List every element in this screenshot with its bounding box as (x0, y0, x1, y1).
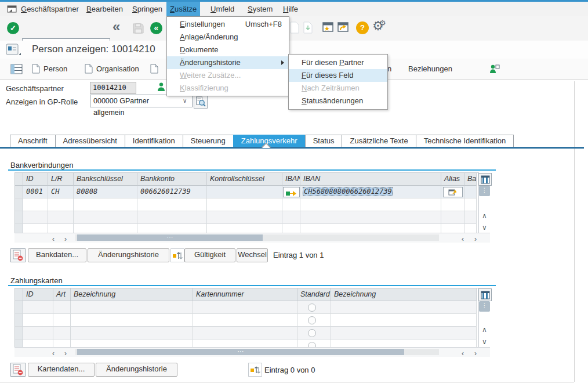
cards-scroll-up-icon[interactable]: ∧ (482, 326, 487, 333)
menu-bearbeiten[interactable]: Bearbeiten (83, 2, 126, 16)
menuitem-anlage-aenderung[interactable]: Anlage/Änderung (167, 31, 289, 44)
menuitem-aenderungshistorie[interactable]: Änderungshistorie (167, 56, 289, 69)
bank-scroll-up-icon[interactable]: ∧ (482, 212, 487, 219)
menu-zusaetze[interactable]: Zusätze (166, 2, 200, 16)
tab-identifikation[interactable]: Identifikation (125, 135, 183, 147)
cards-table-row-empty[interactable] (15, 301, 478, 314)
cards-table-row-empty[interactable] (15, 327, 478, 340)
menu-springen[interactable]: Springen (129, 2, 166, 16)
bank-table-row-empty[interactable] (15, 211, 478, 224)
column-header[interactable]: Bankkonto (137, 173, 207, 186)
row-selector-header[interactable] (15, 173, 23, 186)
cards-hscroll-thumb[interactable]: ⋯ (77, 349, 404, 355)
back-icon[interactable]: « (112, 19, 120, 35)
column-header[interactable]: Bezeichnung (71, 288, 193, 301)
system-menu-icon[interactable] (7, 5, 17, 15)
menu-hilfe[interactable]: Hilfe (280, 2, 302, 16)
row-selector[interactable] (15, 301, 23, 314)
tab-technische-identifikation[interactable]: Technische Identifikation (416, 135, 514, 147)
cell-bank-account[interactable]: 006626012739 (137, 186, 207, 198)
cards-table-row-empty[interactable] (15, 314, 478, 327)
standard-radio[interactable] (308, 304, 316, 312)
kartendaten-button[interactable]: Kartendaten... (28, 363, 95, 377)
partial-button-label[interactable]: n (387, 59, 391, 79)
settings-gear-icon[interactable]: ⚙⚙ (372, 19, 386, 34)
menuitem-fuer-diesen-partner[interactable]: Für diesen Partner (289, 56, 387, 69)
help-icon[interactable]: ? (356, 21, 369, 34)
column-header[interactable]: Kontrollschlüssel (207, 173, 282, 186)
save-icon[interactable] (132, 22, 144, 36)
column-header[interactable]: ID (23, 288, 53, 301)
column-header[interactable]: Bank (464, 173, 477, 186)
delete-bank-row-icon[interactable] (10, 248, 26, 262)
delete-card-row-icon[interactable] (10, 363, 26, 377)
gp-number-field[interactable]: 10014210 (90, 82, 136, 94)
table-config-icon[interactable] (478, 288, 492, 301)
wechsel-button[interactable]: Wechsel (237, 248, 268, 262)
row-selector[interactable] (15, 224, 23, 233)
favorites-window-icon[interactable]: ★ (322, 22, 334, 34)
role-select-chevron-icon[interactable]: ∨ (183, 98, 187, 104)
enter-icon[interactable]: ✓ (7, 22, 19, 34)
overview-icon[interactable] (10, 59, 23, 79)
cards-table-row-empty[interactable] (15, 340, 478, 348)
standard-radio[interactable] (308, 329, 316, 337)
bank-hscroll-left2-icon[interactable]: ‹ (462, 236, 464, 243)
alias-button[interactable] (443, 187, 463, 197)
beziehungen-button[interactable]: Beziehungen (408, 59, 452, 79)
bank-aenderungshistorie-button[interactable]: Änderungshistorie (88, 248, 169, 262)
tab-adressuebersicht[interactable]: Adressübersicht (55, 135, 125, 147)
bank-scroll-down-icon[interactable]: ∨ (482, 224, 487, 231)
bank-hscroll-right2-icon[interactable]: › (474, 236, 477, 243)
cell-iban[interactable]: CH5680808006626012739 (300, 186, 441, 198)
bank-hscroll-thumb[interactable]: ⋯ (77, 234, 263, 241)
row-selector[interactable] (15, 340, 23, 348)
column-header[interactable]: L/R (48, 173, 74, 186)
sort-icon[interactable] (170, 248, 184, 262)
organisation-button[interactable]: Organisation (85, 59, 139, 79)
iban-transfer-icon[interactable] (283, 187, 300, 197)
bank-hscroll-right-icon[interactable]: › (64, 236, 67, 243)
tab-anschrift[interactable]: Anschrift (10, 135, 56, 147)
cards-hscroll-left-icon[interactable]: ‹ (52, 350, 55, 357)
row-selector[interactable] (15, 186, 23, 198)
bank-table-row-empty[interactable] (15, 198, 478, 211)
column-header[interactable]: Art (53, 288, 71, 301)
standard-radio[interactable] (308, 316, 316, 324)
cell-control-key[interactable] (207, 186, 282, 198)
cards-hscroll-right2-icon[interactable]: › (474, 350, 477, 357)
menu-system[interactable]: System (244, 2, 276, 16)
bankdaten-button[interactable]: Bankdaten... (28, 248, 86, 262)
iban-selected-text[interactable]: CH5680808006626012739 (303, 187, 393, 196)
sort-icon[interactable] (248, 363, 262, 377)
bank-table-row-empty[interactable] (15, 224, 478, 233)
menuitem-statusaenderungen[interactable]: Statusänderungen (289, 95, 387, 107)
tab-steuerung[interactable]: Steuerung (183, 135, 234, 147)
table-config-icon[interactable] (478, 173, 492, 186)
cards-aenderungshistorie-button[interactable]: Änderungshistorie (96, 363, 177, 377)
new-session-icon[interactable] (337, 22, 349, 34)
column-header[interactable]: ID (23, 173, 48, 186)
cell-bank-id[interactable]: 0001 (23, 186, 48, 198)
row-selector[interactable] (15, 327, 23, 340)
column-header[interactable]: Alias (441, 173, 464, 186)
row-selector-header[interactable] (15, 288, 23, 301)
menuitem-einstellungen[interactable]: Einstellungen Umsch+F8 (167, 18, 289, 31)
download-icon[interactable] (303, 21, 313, 35)
menu-umfeld[interactable]: Umfeld (207, 2, 238, 16)
bank-table-row[interactable]: 0001 CH 80808 006626012739 CH56808080066… (15, 186, 478, 198)
role-locator-icon[interactable] (194, 95, 208, 109)
column-header[interactable]: Bezeichnung (331, 288, 477, 301)
row-selector[interactable] (15, 314, 23, 327)
menuitem-fuer-dieses-feld[interactable]: Für dieses Feld (289, 69, 387, 82)
cell-bank-lr[interactable]: CH (48, 186, 74, 198)
role-select[interactable]: 000000 GPartner allgemein (90, 95, 193, 107)
gruppe-button[interactable] (150, 59, 158, 79)
services-for-object-icon[interactable] (6, 44, 21, 57)
print-icon[interactable] (290, 21, 299, 35)
column-header[interactable]: Standard (297, 288, 331, 301)
tab-status[interactable]: Status (305, 135, 343, 147)
cell-bank-key[interactable]: 80808 (74, 186, 137, 198)
column-header[interactable]: Bankschlüssel (74, 173, 137, 186)
column-header[interactable]: IBAN (282, 173, 300, 186)
